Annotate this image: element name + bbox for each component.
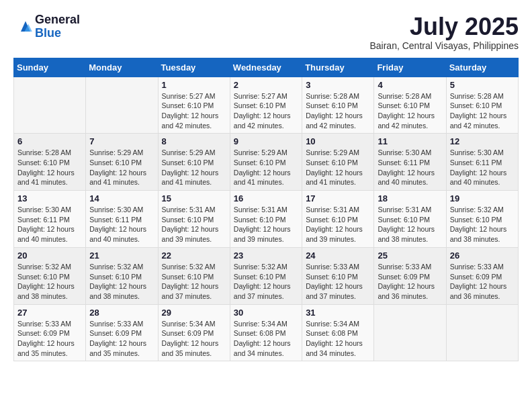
day-number: 31 [306, 308, 370, 318]
calendar-cell: 2Sunrise: 5:27 AM Sunset: 6:10 PM Daylig… [230, 77, 302, 134]
calendar-cell: 5Sunrise: 5:28 AM Sunset: 6:10 PM Daylig… [446, 77, 518, 134]
day-number: 4 [378, 80, 442, 90]
calendar-cell: 16Sunrise: 5:31 AM Sunset: 6:10 PM Dayli… [230, 191, 302, 248]
day-info: Sunrise: 5:32 AM Sunset: 6:10 PM Dayligh… [234, 263, 291, 300]
day-number: 5 [450, 80, 515, 90]
day-info: Sunrise: 5:27 AM Sunset: 6:10 PM Dayligh… [162, 92, 219, 130]
day-info: Sunrise: 5:29 AM Sunset: 6:10 PM Dayligh… [306, 148, 363, 186]
day-number: 11 [378, 136, 442, 146]
day-info: Sunrise: 5:29 AM Sunset: 6:10 PM Dayligh… [234, 148, 291, 186]
day-info: Sunrise: 5:33 AM Sunset: 6:09 PM Dayligh… [378, 263, 435, 300]
title-section: July 2025 Bairan, Central Visayas, Phili… [369, 13, 519, 51]
day-info: Sunrise: 5:29 AM Sunset: 6:10 PM Dayligh… [89, 148, 146, 186]
day-number: 18 [378, 193, 442, 203]
calendar-cell: 1Sunrise: 5:27 AM Sunset: 6:10 PM Daylig… [158, 77, 230, 134]
day-info: Sunrise: 5:31 AM Sunset: 6:10 PM Dayligh… [162, 205, 219, 243]
calendar-week-row: 6Sunrise: 5:28 AM Sunset: 6:10 PM Daylig… [14, 134, 519, 191]
logo-general: General [35, 13, 80, 27]
day-info: Sunrise: 5:30 AM Sunset: 6:11 PM Dayligh… [378, 148, 435, 186]
day-number: 25 [378, 250, 442, 261]
day-number: 29 [162, 308, 226, 318]
column-header-friday: Friday [374, 58, 446, 77]
day-info: Sunrise: 5:31 AM Sunset: 6:10 PM Dayligh… [306, 205, 363, 243]
day-number: 27 [17, 308, 82, 318]
calendar-cell [14, 77, 86, 134]
day-number: 28 [89, 308, 154, 318]
column-header-wednesday: Wednesday [230, 58, 302, 77]
day-number: 7 [89, 136, 154, 146]
day-number: 20 [17, 250, 82, 261]
calendar-cell: 20Sunrise: 5:32 AM Sunset: 6:10 PM Dayli… [14, 247, 86, 304]
day-number: 8 [162, 136, 226, 146]
day-number: 2 [234, 80, 298, 90]
column-header-thursday: Thursday [302, 58, 374, 77]
calendar-cell: 11Sunrise: 5:30 AM Sunset: 6:11 PM Dayli… [374, 134, 446, 191]
logo-icon [16, 17, 35, 36]
day-info: Sunrise: 5:34 AM Sunset: 6:09 PM Dayligh… [162, 320, 219, 357]
day-info: Sunrise: 5:34 AM Sunset: 6:08 PM Dayligh… [234, 320, 291, 357]
calendar-cell: 12Sunrise: 5:30 AM Sunset: 6:11 PM Dayli… [446, 134, 518, 191]
calendar-cell: 4Sunrise: 5:28 AM Sunset: 6:10 PM Daylig… [374, 77, 446, 134]
month-year-title: July 2025 [369, 13, 519, 40]
day-number: 30 [234, 308, 298, 318]
calendar-cell: 9Sunrise: 5:29 AM Sunset: 6:10 PM Daylig… [230, 134, 302, 191]
calendar-cell: 28Sunrise: 5:33 AM Sunset: 6:09 PM Dayli… [86, 304, 158, 361]
day-info: Sunrise: 5:28 AM Sunset: 6:10 PM Dayligh… [17, 148, 75, 186]
day-info: Sunrise: 5:31 AM Sunset: 6:10 PM Dayligh… [378, 205, 435, 243]
calendar-cell: 22Sunrise: 5:32 AM Sunset: 6:10 PM Dayli… [158, 247, 230, 304]
calendar-cell: 17Sunrise: 5:31 AM Sunset: 6:10 PM Dayli… [302, 191, 374, 248]
calendar-cell: 3Sunrise: 5:28 AM Sunset: 6:10 PM Daylig… [302, 77, 374, 134]
day-info: Sunrise: 5:28 AM Sunset: 6:10 PM Dayligh… [306, 92, 363, 130]
calendar-cell: 25Sunrise: 5:33 AM Sunset: 6:09 PM Dayli… [374, 247, 446, 304]
calendar-cell [446, 304, 518, 361]
calendar-week-row: 27Sunrise: 5:33 AM Sunset: 6:09 PM Dayli… [14, 304, 519, 361]
calendar-cell: 24Sunrise: 5:33 AM Sunset: 6:10 PM Dayli… [302, 247, 374, 304]
calendar-cell: 31Sunrise: 5:34 AM Sunset: 6:08 PM Dayli… [302, 304, 374, 361]
day-info: Sunrise: 5:32 AM Sunset: 6:10 PM Dayligh… [162, 263, 219, 300]
page-header: General Blue July 2025 Bairan, Central V… [13, 13, 519, 51]
calendar-cell: 13Sunrise: 5:30 AM Sunset: 6:11 PM Dayli… [14, 191, 86, 248]
day-info: Sunrise: 5:32 AM Sunset: 6:10 PM Dayligh… [450, 205, 507, 243]
calendar-cell: 26Sunrise: 5:33 AM Sunset: 6:09 PM Dayli… [446, 247, 518, 304]
column-header-tuesday: Tuesday [158, 58, 230, 77]
day-number: 14 [89, 193, 154, 203]
calendar-week-row: 1Sunrise: 5:27 AM Sunset: 6:10 PM Daylig… [14, 77, 519, 134]
day-info: Sunrise: 5:30 AM Sunset: 6:11 PM Dayligh… [17, 205, 75, 243]
day-info: Sunrise: 5:34 AM Sunset: 6:08 PM Dayligh… [306, 320, 363, 357]
day-info: Sunrise: 5:32 AM Sunset: 6:10 PM Dayligh… [89, 263, 146, 300]
day-number: 9 [234, 136, 298, 146]
calendar-cell: 30Sunrise: 5:34 AM Sunset: 6:08 PM Dayli… [230, 304, 302, 361]
day-number: 6 [17, 136, 82, 146]
calendar-cell: 29Sunrise: 5:34 AM Sunset: 6:09 PM Dayli… [158, 304, 230, 361]
column-header-sunday: Sunday [14, 58, 86, 77]
day-number: 3 [306, 80, 370, 90]
calendar-week-row: 20Sunrise: 5:32 AM Sunset: 6:10 PM Dayli… [14, 247, 519, 304]
day-number: 19 [450, 193, 515, 203]
day-number: 26 [450, 250, 515, 261]
calendar-cell: 18Sunrise: 5:31 AM Sunset: 6:10 PM Dayli… [374, 191, 446, 248]
calendar-cell: 21Sunrise: 5:32 AM Sunset: 6:10 PM Dayli… [86, 247, 158, 304]
day-number: 15 [162, 193, 226, 203]
day-info: Sunrise: 5:27 AM Sunset: 6:10 PM Dayligh… [234, 92, 291, 130]
day-info: Sunrise: 5:33 AM Sunset: 6:09 PM Dayligh… [89, 320, 146, 357]
day-number: 23 [234, 250, 298, 261]
day-info: Sunrise: 5:29 AM Sunset: 6:10 PM Dayligh… [162, 148, 219, 186]
day-number: 22 [162, 250, 226, 261]
calendar-cell: 19Sunrise: 5:32 AM Sunset: 6:10 PM Dayli… [446, 191, 518, 248]
calendar-cell: 6Sunrise: 5:28 AM Sunset: 6:10 PM Daylig… [14, 134, 86, 191]
day-info: Sunrise: 5:30 AM Sunset: 6:11 PM Dayligh… [450, 148, 507, 186]
calendar-cell: 7Sunrise: 5:29 AM Sunset: 6:10 PM Daylig… [86, 134, 158, 191]
logo: General Blue [13, 13, 80, 40]
day-number: 10 [306, 136, 370, 146]
logo-blue: Blue [35, 27, 80, 40]
day-number: 16 [234, 193, 298, 203]
calendar-cell: 8Sunrise: 5:29 AM Sunset: 6:10 PM Daylig… [158, 134, 230, 191]
day-info: Sunrise: 5:28 AM Sunset: 6:10 PM Dayligh… [378, 92, 435, 130]
calendar-cell: 15Sunrise: 5:31 AM Sunset: 6:10 PM Dayli… [158, 191, 230, 248]
day-info: Sunrise: 5:33 AM Sunset: 6:09 PM Dayligh… [450, 263, 507, 300]
calendar-header-row: SundayMondayTuesdayWednesdayThursdayFrid… [14, 58, 519, 77]
day-info: Sunrise: 5:30 AM Sunset: 6:11 PM Dayligh… [89, 205, 146, 243]
day-number: 24 [306, 250, 370, 261]
calendar-table: SundayMondayTuesdayWednesdayThursdayFrid… [13, 58, 519, 362]
day-number: 17 [306, 193, 370, 203]
